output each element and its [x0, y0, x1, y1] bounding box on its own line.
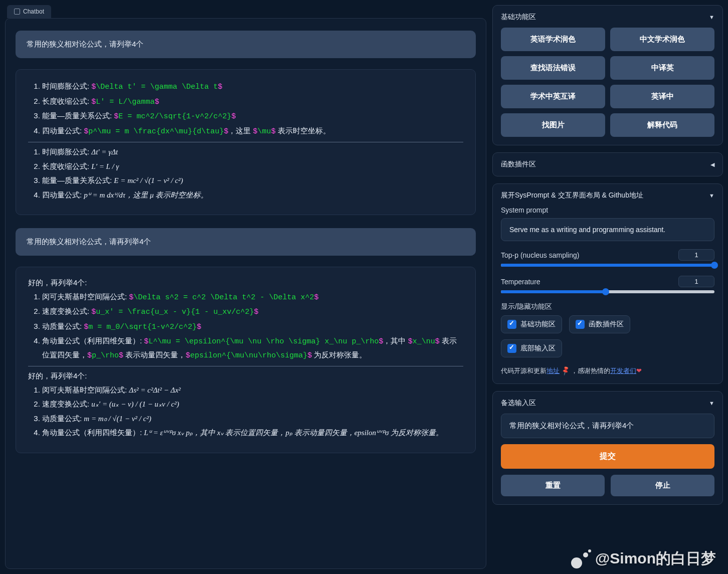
- formula-label: 能量—质量关系公式:: [42, 111, 112, 120]
- formula-math: uₓ′ = (uₓ − v) / (1 − uₓv / c²): [91, 400, 179, 408]
- panel-title: 备选输入区: [501, 399, 536, 408]
- panel-title: 函数插件区: [501, 160, 536, 169]
- watermark: @Simon的白日梦: [570, 548, 716, 569]
- english-polish-button[interactable]: 英语学术润色: [501, 28, 605, 51]
- user-message: 常用的狭义相对论公式，请再列举4个: [16, 228, 476, 256]
- grammar-check-button[interactable]: 查找语法错误: [501, 56, 605, 80]
- chevron-left-icon: ◀: [710, 161, 714, 168]
- formula-label: 动质量公式:: [42, 322, 82, 330]
- toggle-bottom-input[interactable]: 底部输入区: [501, 339, 562, 357]
- find-image-button[interactable]: 找图片: [501, 113, 605, 137]
- submit-button[interactable]: 提交: [501, 444, 714, 469]
- chat-icon: [14, 9, 20, 15]
- formula-label: 时间膨胀公式:: [42, 147, 89, 156]
- chinese-polish-button[interactable]: 中文学术润色: [610, 28, 714, 51]
- temperature-slider[interactable]: [501, 290, 714, 293]
- formula-label: 速度变换公式:: [42, 400, 89, 408]
- weibo-icon: [570, 549, 591, 568]
- academic-translate-button[interactable]: 学术中英互译: [501, 85, 605, 108]
- toggle-basic-area[interactable]: 基础功能区: [501, 315, 562, 333]
- formula-label: 动质量公式:: [42, 414, 82, 423]
- toggle-section-label: 显示/隐藏功能区: [501, 302, 714, 311]
- toggle-plugin-area[interactable]: 函数插件区: [569, 315, 630, 333]
- formula-label: 角动量公式（利用四维矢量）:: [42, 428, 142, 437]
- assistant-message: 好的，再列举4个: 闵可夫斯基时空间隔公式: $\Delta s^2 = c^2…: [16, 267, 476, 453]
- system-prompt-input[interactable]: Serve me as a writing and programming as…: [501, 218, 714, 241]
- toggle-label: 函数插件区: [589, 320, 624, 329]
- chat-tab-label: Chatbot: [23, 8, 44, 15]
- checkbox-icon: [507, 344, 516, 353]
- chat-area: 常用的狭义相对论公式，请列举4个 时间膨胀公式: $\Delta t' = \g…: [5, 18, 486, 569]
- temperature-value[interactable]: 1: [678, 276, 714, 287]
- plugin-panel: 函数插件区 ◀: [492, 152, 723, 176]
- toggle-label: 底部输入区: [520, 344, 556, 353]
- panel-header[interactable]: 函数插件区 ◀: [501, 159, 714, 170]
- settings-panel: 展开SysPrompt & 交互界面布局 & Github地址 ▼ System…: [492, 183, 723, 384]
- assistant-message: 时间膨胀公式: $\Delta t' = \gamma \Delta t$ 长度…: [16, 69, 476, 215]
- formula-label: 闵可夫斯基时空间隔公式:: [42, 386, 127, 394]
- formula-math: Δs² = c²Δt² − Δx²: [129, 386, 180, 394]
- formula-label: 速度变换公式:: [42, 307, 89, 315]
- formula-math: E = mc² / √(1 − v² / c²): [114, 176, 183, 184]
- formula-label: 闵可夫斯基时空间隔公式:: [42, 292, 127, 301]
- panel-title: 展开SysPrompt & 交互界面布局 & Github地址: [501, 191, 643, 200]
- repo-link[interactable]: 地址: [547, 367, 560, 374]
- top-p-slider[interactable]: [501, 264, 714, 267]
- panel-header[interactable]: 备选输入区 ▼: [501, 398, 714, 409]
- pin-icon: 📌: [560, 365, 571, 376]
- heart-icon: ❤: [636, 367, 642, 374]
- user-message: 常用的狭义相对论公式，请列举4个: [16, 31, 476, 58]
- devs-link[interactable]: 开发者们: [610, 367, 636, 374]
- chevron-down-icon: ▼: [709, 400, 714, 406]
- formula-math: Δt′ = γΔt: [91, 148, 118, 156]
- panel-header[interactable]: 展开SysPrompt & 交互界面布局 & Github地址 ▼: [501, 190, 714, 201]
- formula-math: L′ = L / γ: [91, 162, 119, 170]
- assistant-intro: 好的，再列举4个:: [28, 369, 463, 382]
- toggle-label: 基础功能区: [520, 320, 556, 329]
- assistant-intro: 好的，再列举4个:: [28, 276, 463, 289]
- alt-input-panel: 备选输入区 ▼ 常用的狭义相对论公式，请再列举4个 提交 重置 停止: [492, 391, 723, 505]
- formula-math: m = m₀ / √(1 − v² / c²): [84, 415, 151, 423]
- footer-note: 代码开源和更新地址 📌 ，感谢热情的开发者们❤: [501, 366, 714, 375]
- panel-title: 基础功能区: [501, 13, 536, 22]
- chevron-down-icon: ▼: [709, 14, 714, 20]
- formula-label: 能量—质量关系公式:: [42, 176, 112, 184]
- formula-label: 角动量公式（利用四维矢量）:: [42, 336, 142, 345]
- chat-tab[interactable]: Chatbot: [7, 5, 51, 18]
- chevron-down-icon: ▼: [709, 193, 714, 199]
- explain-code-button[interactable]: 解释代码: [610, 113, 714, 137]
- alt-input-field[interactable]: 常用的狭义相对论公式，请再列举4个: [501, 414, 714, 438]
- panel-header[interactable]: 基础功能区 ▼: [501, 12, 714, 23]
- formula-label: 长度收缩公式:: [42, 97, 89, 105]
- chat-tab-bar: Chatbot: [5, 5, 486, 18]
- formula-label: 时间膨胀公式:: [42, 82, 89, 90]
- user-message-text: 常用的狭义相对论公式，请列举4个: [27, 40, 143, 48]
- basic-function-panel: 基础功能区 ▼ 英语学术润色 中文学术润色 查找语法错误 中译英 学术中英互译 …: [492, 5, 723, 145]
- formula-label: 四动量公式:: [42, 126, 82, 135]
- stop-button[interactable]: 停止: [611, 475, 714, 496]
- user-message-text: 常用的狭义相对论公式，请再列举4个: [27, 237, 151, 246]
- system-prompt-label: System prompt: [501, 206, 714, 214]
- checkbox-icon: [576, 320, 585, 329]
- zh-to-en-button[interactable]: 中译英: [610, 56, 714, 80]
- formula-label: 四动量公式:: [42, 190, 82, 199]
- top-p-value[interactable]: 1: [678, 249, 714, 261]
- checkbox-icon: [507, 320, 516, 329]
- formula-math: Lᵘ = εᵘᵛᵖσ xᵥ pₚ，其中 xᵥ 表示位置四矢量，pₚ 表示动量四矢…: [144, 429, 443, 437]
- reset-button[interactable]: 重置: [501, 475, 605, 496]
- top-p-label: Top-p (nucleus sampling): [501, 251, 579, 259]
- temperature-label: Temperature: [501, 278, 540, 286]
- formula-label: 长度收缩公式:: [42, 162, 89, 170]
- formula-math: pᵘ = m dxᵘ/dτ，这里 μ 表示时空坐标。: [84, 191, 208, 199]
- watermark-text: @Simon的白日梦: [595, 548, 716, 569]
- en-to-zh-button[interactable]: 英译中: [610, 85, 714, 108]
